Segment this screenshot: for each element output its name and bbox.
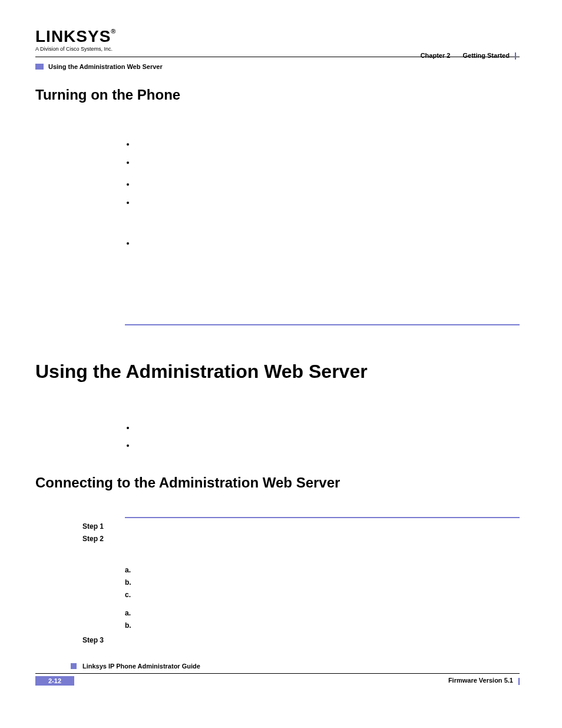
step-row: Step 1 Connect your computer to the same… — [35, 522, 520, 532]
turning-on-body: This section describes how to connect po… — [125, 114, 520, 310]
running-head: Using the Administration Web Server — [48, 63, 163, 70]
substep-label: b. — [125, 577, 141, 588]
substep-label: c. — [125, 589, 141, 601]
page: LINKSYS® A Division of Cisco Systems, In… — [0, 0, 562, 728]
step-label: Step 3 — [82, 635, 125, 645]
section-title-admin-server: Using the Administration Web Server — [35, 361, 520, 383]
list-item: Connecting to the Administration Web Ser… — [135, 422, 520, 440]
substep-row: c. Press Cancel to return to the idle sc… — [125, 589, 520, 601]
step-row: Step 3 When the web page appears, click … — [35, 635, 520, 645]
step-body: Determine the IP address of the phone. Y… — [125, 534, 520, 554]
footer-guide-row: Linksys IP Phone Administrator Guide — [71, 663, 520, 673]
turning-on-bullets: The phone executes its boot sequence and… — [125, 139, 520, 251]
turning-on-intro: This section describes how to connect po… — [125, 114, 520, 133]
footer-square-icon — [71, 663, 77, 669]
substep-body: Select Network and note the Current IP v… — [141, 577, 520, 588]
running-head-row: Using the Administration Web Server — [35, 63, 520, 70]
footer-tick-icon — [518, 678, 520, 685]
list-item: After the profile is applied, the phone … — [135, 197, 520, 238]
chapter-label: Chapter 2 — [421, 52, 451, 59]
step-label: Step 2 — [82, 534, 125, 554]
substep-body: Enter the IP address of the phone in the… — [141, 620, 520, 631]
list-item: If a firmware upgrade is scheduled, the … — [135, 238, 520, 251]
turning-on-tail-2 — [125, 281, 520, 310]
chapter-title: Getting Started — [462, 52, 509, 59]
substep-body: Press the Setup button on the phone. — [141, 565, 520, 576]
substep-label: b. — [125, 620, 141, 631]
list-item: The phone executes its boot sequence and… — [135, 139, 520, 157]
firmware-version: Firmware Version 5.1 — [448, 677, 520, 684]
connecting-intro: To access the Linksys IP phone administr… — [125, 502, 520, 511]
list-item: Administrator and User accounts — [135, 440, 520, 453]
substep-row: a. Press the Setup button on the phone. — [125, 565, 520, 576]
steps-block: Step 1 Connect your computer to the same… — [35, 522, 520, 645]
connecting-intro-block: To access the Linksys IP phone administr… — [125, 502, 520, 511]
section-title-connecting: Connecting to the Administration Web Ser… — [35, 475, 520, 491]
header-tick-icon — [515, 52, 516, 60]
substep-label: a. — [125, 608, 141, 619]
section-divider — [125, 324, 520, 325]
substep-row: b. Enter the IP address of the phone in … — [125, 620, 520, 631]
step-row: Step 2 Determine the IP address of the p… — [35, 534, 520, 554]
footer-guide-title: Linksys IP Phone Administrator Guide — [82, 663, 200, 670]
footer-rule-line — [35, 673, 520, 674]
substep-row: b. Select Network and note the Current I… — [125, 577, 520, 588]
firmware-text: Firmware Version 5.1 — [448, 677, 513, 684]
registered-mark: ® — [111, 28, 116, 35]
logo-subtitle: A Division of Cisco Systems, Inc. — [35, 46, 520, 52]
step-body: When the web page appears, click Admin L… — [125, 635, 520, 645]
admin-server-intro: This section explains how to use the bui… — [125, 397, 520, 416]
substep-body: Open a web browser on the directly conne… — [141, 608, 520, 619]
step-body: Connect your computer to the same IP net… — [125, 522, 520, 532]
footer-bottom: 2-12 Firmware Version 5.1 — [35, 676, 520, 686]
substep-label: a. — [125, 565, 141, 576]
logo-text: LINKSYS — [35, 27, 111, 45]
turning-on-tail: After startup completes, the phone is re… — [125, 256, 520, 276]
section-title-turning-on: Turning on the Phone — [35, 87, 520, 103]
footer: Linksys IP Phone Administrator Guide 2-1… — [35, 663, 520, 686]
admin-server-bullets: Connecting to the Administration Web Ser… — [125, 422, 520, 454]
substep-body: Press Cancel to return to the idle scree… — [141, 589, 520, 601]
substep-row: a. Open a web browser on the directly co… — [125, 608, 520, 619]
steps-divider — [125, 517, 520, 518]
header-chapter: Chapter 2 Getting Started — [421, 52, 516, 60]
admin-server-body: This section explains how to use the bui… — [125, 397, 520, 453]
list-item: The phone contacts the configured provis… — [135, 179, 520, 197]
step-label: Step 1 — [82, 522, 125, 532]
page-number-badge: 2-12 — [35, 676, 74, 686]
header-square-icon — [35, 64, 44, 70]
list-item: The LCD screen displays the Linksys logo… — [135, 157, 520, 179]
linksys-logo: LINKSYS® — [35, 28, 116, 45]
logo-block: LINKSYS® A Division of Cisco Systems, In… — [35, 28, 520, 52]
